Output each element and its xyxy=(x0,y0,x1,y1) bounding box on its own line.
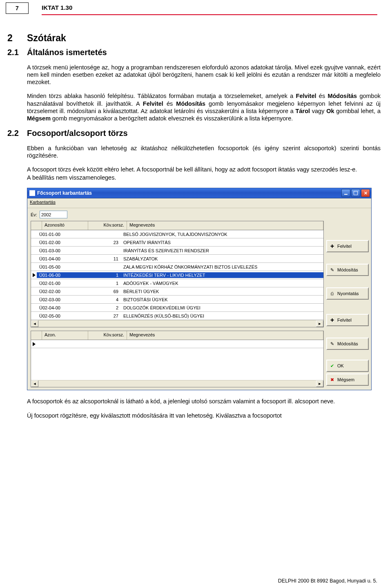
cell-azonosito: Ü02-05-00 xyxy=(37,313,82,319)
button-label: OK xyxy=(337,363,344,368)
row-marker-header xyxy=(31,331,42,340)
modositas-button-2[interactable]: ✎ Módosítás xyxy=(326,338,369,350)
table-row[interactable]: Ü01-04-0011SZABÁLYZATOK xyxy=(31,255,323,263)
cell-azonosito: Ü01-05-00 xyxy=(37,264,82,270)
scroll-left-button[interactable]: ◄ xyxy=(31,320,38,327)
felvitel-button-2[interactable]: ✚ Felvitel xyxy=(326,314,369,326)
cell-megnevezes: ELLENŐRZÉS (KÜLSŐ-BELSŐ) ÜGYEI xyxy=(121,313,323,319)
sub-table[interactable]: Azon. Köv.sorsz. Megnevezés ◄ xyxy=(31,331,324,387)
cell-kovsorsz: 69 xyxy=(82,289,121,294)
cell-kovsorsz: 4 xyxy=(82,297,121,302)
page-number: 7 xyxy=(6,2,29,14)
application-window: Főcsoport karbantartás ✕ Karbantartás Év… xyxy=(27,188,372,390)
column-header-kovsorsz[interactable]: Köv.sorsz. xyxy=(88,221,127,230)
text: és xyxy=(316,93,328,99)
cell-megnevezes: SZABÁLYZATOK xyxy=(121,256,323,262)
row-marker xyxy=(31,342,37,346)
text-bold: Tárol xyxy=(296,108,310,114)
button-label: Felvitel xyxy=(337,318,352,322)
paragraph: Ebben a funkcióban van lehetoség az ikta… xyxy=(27,145,381,159)
table-row[interactable]: Ü01-06-001INTÉZKEDÉSI TERV - LIKVID HELY… xyxy=(31,271,323,279)
menu-karbantartas[interactable]: Karbantartás xyxy=(30,200,56,205)
column-header-kovsorsz[interactable]: Köv.sorsz. xyxy=(88,331,127,340)
window-titlebar[interactable]: Főcsoport karbantartás ✕ xyxy=(27,188,371,198)
year-label: Év: xyxy=(31,212,37,217)
close-button[interactable]: ✕ xyxy=(361,189,370,197)
ok-button[interactable]: ✔ OK xyxy=(326,360,369,372)
cell-azonosito: Ü02-03-00 xyxy=(37,297,82,302)
text-bold: Felvitel xyxy=(143,100,163,107)
text-bold: Módosítás xyxy=(327,93,357,99)
scroll-left-button[interactable]: ◄ xyxy=(31,380,38,387)
menu-bar[interactable]: Karbantartás xyxy=(27,198,371,208)
cell-azonosito: Ü01-06-00 xyxy=(37,272,82,278)
app-icon xyxy=(29,190,35,196)
text-bold: Mégsem xyxy=(27,115,51,122)
table-row[interactable]: Ü02-01-001ADÓÜGYEK - VÁMÜGYEK xyxy=(31,279,323,287)
table-row[interactable]: Ü01-03-00IRÁNYÍTÁS ÉS SZERVEZETI RENDSZE… xyxy=(31,247,323,255)
table-row[interactable]: Ü02-04-002DOLGOZÓK ÉRDEKVÉDELMI ÜGYEI xyxy=(31,304,323,312)
scroll-right-button[interactable]: ► xyxy=(316,320,323,327)
year-input[interactable] xyxy=(40,211,67,218)
table-row[interactable]: Ü01-01-00BELSŐ JOGVISZONYOK, TULAJDONVIS… xyxy=(31,230,323,238)
edit-icon: ✎ xyxy=(329,341,335,347)
table-row[interactable]: Ü02-02-0069BÉRLETI ÜGYEK xyxy=(31,287,323,296)
subsection-number: 2.1 xyxy=(7,48,27,57)
horizontal-scrollbar[interactable]: ◄ ► xyxy=(31,380,323,387)
paragraph: A focsoportok és az alcsoportoknál is lá… xyxy=(27,398,381,405)
cell-kovsorsz xyxy=(82,250,121,251)
scroll-right-button[interactable]: ► xyxy=(316,380,323,387)
table-row[interactable]: Ü02-05-0027ELLENŐRZÉS (KÜLSŐ-BELSŐ) ÜGYE… xyxy=(31,312,323,320)
cell-azonosito: Ü01-04-00 xyxy=(37,256,82,262)
cell-kovsorsz xyxy=(82,234,121,235)
modositas-button[interactable]: ✎ Módosítás xyxy=(326,264,369,276)
cell-azonosito: Ü01-02-00 xyxy=(37,240,82,245)
cell-azonosito: Ü02-04-00 xyxy=(37,305,82,311)
cell-azonosito: Ü02-02-00 xyxy=(37,289,82,294)
column-header-megnevezes[interactable]: Megnevezés xyxy=(127,331,323,340)
cell-megnevezes: BIZTOSÍTÁSI ÜGYEK xyxy=(121,297,323,302)
cell-kovsorsz: 2 xyxy=(82,305,121,311)
cell-megnevezes: DOLGOZÓK ÉRDEKVÉDELMI ÜGYEI xyxy=(121,305,323,311)
table-row[interactable]: Ü01-05-00ZALA MEGYEI KÓRHÁZ ÖNKORMÁNYZAT… xyxy=(31,263,323,271)
cell-kovsorsz: 11 xyxy=(82,256,121,262)
paragraph: Új focsoport rögzítésre, egy kiválasztot… xyxy=(27,412,381,419)
scroll-track[interactable] xyxy=(38,321,316,327)
cell-megnevezes: ADÓÜGYEK - VÁMÜGYEK xyxy=(121,280,323,286)
edit-icon: ✎ xyxy=(329,267,335,273)
text-bold: Módosítás xyxy=(176,100,205,107)
megsem-button[interactable]: ✖ Mégsem xyxy=(326,374,369,386)
table-row[interactable]: Ü02-03-004BIZTOSÍTÁSI ÜGYEK xyxy=(31,296,323,304)
cell-azonosito: Ü01-03-00 xyxy=(37,248,82,253)
text: és xyxy=(163,100,176,107)
print-icon: ⎙ xyxy=(329,291,335,296)
window-title: Főcsoport karbantartás xyxy=(37,190,341,196)
paragraph: A törzsek menü jelentosége az, hogy a pr… xyxy=(27,64,381,86)
horizontal-scrollbar[interactable]: ◄ ► xyxy=(31,320,323,327)
header-rule xyxy=(42,14,377,15)
cell-kovsorsz xyxy=(82,267,121,267)
scroll-track[interactable] xyxy=(38,381,316,387)
cell-kovsorsz: 27 xyxy=(82,313,121,319)
plus-icon: ✚ xyxy=(329,243,335,249)
button-label: Felvitel xyxy=(337,244,352,249)
felvitel-button[interactable]: ✚ Felvitel xyxy=(326,240,369,252)
cell-azonosito: Ü01-01-00 xyxy=(37,231,82,237)
row-marker xyxy=(31,273,37,277)
column-header-azonosito[interactable]: Azonosító xyxy=(42,221,88,230)
cell-megnevezes: INTÉZKEDÉSI TERV - LIKVID HELYZET xyxy=(121,272,323,278)
subsection-title: Általános ismertetés xyxy=(27,48,107,57)
cell-kovsorsz xyxy=(82,344,121,345)
minimize-button[interactable] xyxy=(341,189,350,197)
cell-kovsorsz: 23 xyxy=(82,240,121,245)
column-header-megnevezes[interactable]: Megnevezés xyxy=(127,221,323,230)
main-table[interactable]: Azonosító Köv.sorsz. Megnevezés Ü01-01-0… xyxy=(31,221,324,327)
plus-icon: ✚ xyxy=(329,317,335,323)
table-row[interactable] xyxy=(31,340,323,348)
table-row[interactable]: Ü01-02-0023OPERATÍV IRÁNYÍTÁS xyxy=(31,238,323,247)
column-header-azon[interactable]: Azon. xyxy=(42,331,88,340)
cancel-icon: ✖ xyxy=(329,377,335,382)
check-icon: ✔ xyxy=(329,363,335,369)
maximize-button[interactable] xyxy=(351,189,360,197)
nyomtatas-button[interactable]: ⎙ Nyomtatás xyxy=(326,287,369,300)
